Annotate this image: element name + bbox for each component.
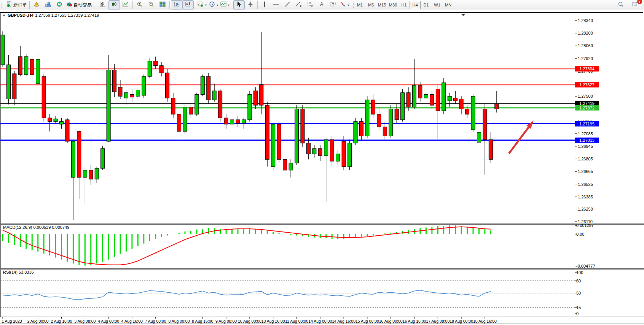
- periods-button[interactable]: ▾: [208, 0, 219, 10]
- candle: [24, 57, 28, 75]
- level-price-badge-label: 1.27013: [579, 138, 595, 143]
- trendline-icon: [284, 1, 290, 9]
- candlestick-chart-icon: [111, 1, 117, 9]
- timeframe-m5-button[interactable]: M5: [365, 1, 376, 9]
- arrows-button[interactable]: ▾: [339, 0, 350, 10]
- template-icon: [220, 1, 226, 9]
- toolbar-separator: [29, 1, 30, 9]
- timeframe-mn-button[interactable]: MN: [443, 1, 454, 9]
- candle: [359, 122, 363, 136]
- autotrading-button[interactable]: 自动交易: [65, 0, 93, 10]
- timeframe-h1-button[interactable]: H1: [399, 1, 410, 9]
- metaeditor-button[interactable]: [42, 0, 54, 10]
- search-icon: [618, 1, 624, 9]
- candle: [42, 76, 46, 118]
- search-button[interactable]: [615, 0, 626, 10]
- autotrading-icon: [66, 1, 72, 9]
- new-order-button[interactable]: 新订单: [5, 0, 28, 10]
- timeframe-m30-button[interactable]: M30: [387, 1, 399, 9]
- time-axis-label: 16 Aug 16:00: [403, 319, 426, 323]
- candle: [1, 35, 5, 65]
- price-tick-label: 1.27500: [578, 94, 593, 98]
- horizontal-line-button[interactable]: [270, 0, 282, 10]
- notifications-button[interactable]: 1: [629, 0, 640, 10]
- time-axis-label: 18 Aug 16:00: [473, 319, 497, 323]
- timeframe-h4-button[interactable]: H4: [410, 1, 421, 9]
- chart-window[interactable]: 1.283401.282001.280601.279201.277801.275…: [0, 10, 644, 325]
- macd-tick-label: 0.00: [576, 232, 584, 236]
- candle: [136, 90, 140, 97]
- crosshair-button[interactable]: [245, 0, 256, 10]
- time-axis-label: 4 Aug 00:00: [98, 319, 119, 323]
- fibonacci-button[interactable]: F: [304, 0, 316, 10]
- zoom-in-button[interactable]: [134, 0, 145, 10]
- auto-scroll-icon: [174, 1, 180, 9]
- zoom-out-button[interactable]: [145, 0, 157, 10]
- candle: [83, 170, 87, 178]
- candle: [36, 59, 40, 84]
- candle: [477, 132, 481, 142]
- chart-title-ohlc: 1.27359 1.27553 1.27339 1.27419: [35, 13, 99, 17]
- candle: [383, 127, 387, 136]
- macd-tick-label: -0.004777: [576, 264, 595, 268]
- candle: [465, 109, 469, 114]
- toolbar-separator: [169, 1, 170, 9]
- toolbar-grip: [94, 2, 96, 8]
- candle: [348, 143, 352, 167]
- price-tick-label: 1.28200: [578, 31, 593, 35]
- templates-button[interactable]: ▾: [219, 0, 231, 10]
- candle: [54, 119, 57, 122]
- rsi-tick-label: 0: [576, 311, 579, 316]
- tile-windows-button[interactable]: [157, 0, 168, 10]
- chart-canvas[interactable]: 1.283401.282001.280601.279201.277801.275…: [0, 10, 644, 325]
- candle: [401, 93, 405, 120]
- text-button[interactable]: A: [316, 0, 327, 10]
- candle: [18, 57, 22, 75]
- text-label-button[interactable]: T: [327, 0, 339, 10]
- candle: [13, 74, 16, 99]
- chevron-down-icon: ▾: [228, 3, 230, 7]
- candle: [248, 95, 252, 120]
- timeframe-m1-button[interactable]: M1: [354, 1, 365, 9]
- text-icon: A: [319, 1, 325, 9]
- candle: [124, 93, 128, 98]
- chart-menu-arrow-icon[interactable]: ▼: [2, 14, 6, 17]
- vertical-line-button[interactable]: [259, 0, 270, 10]
- price-tick-label: 1.27920: [578, 56, 593, 61]
- candle: [395, 109, 399, 119]
- rsi-tick-label: 50: [576, 291, 581, 295]
- time-axis-label: 1 Aug 2023: [2, 319, 22, 323]
- candle: [48, 118, 52, 121]
- indicators-button[interactable]: ▾: [196, 0, 208, 10]
- candle: [6, 65, 10, 99]
- time-axis-label: 18 Aug 00:00: [450, 319, 473, 323]
- candle: [454, 98, 457, 101]
- text-label-icon: T: [330, 1, 336, 9]
- timeframe-d1-button[interactable]: D1: [421, 1, 432, 9]
- time-axis-label: 15 Aug 08:00: [355, 319, 379, 323]
- profiles-button[interactable]: [31, 0, 42, 10]
- toolbar-grip: [2, 2, 4, 8]
- time-axis-label: 2 Aug 16:00: [51, 319, 72, 323]
- cursor-button[interactable]: [233, 0, 245, 10]
- price-tick-label: 1.26945: [578, 144, 593, 149]
- candle: [65, 120, 69, 141]
- equidistant-channel-icon: E: [296, 1, 302, 9]
- equidistant-channel-button[interactable]: E: [293, 0, 304, 10]
- price-tick-label: 1.28060: [578, 43, 593, 48]
- time-axis-label: 17 Aug 08:00: [426, 319, 450, 323]
- timeframe-w1-button[interactable]: W1: [432, 1, 443, 9]
- signal-button[interactable]: [54, 0, 65, 10]
- chart-shift-button[interactable]: [182, 0, 194, 10]
- trendline-button[interactable]: [282, 0, 293, 10]
- candle: [306, 143, 310, 154]
- candlestick-chart-button[interactable]: [108, 0, 120, 10]
- level-price-badge-label: 1.27372: [579, 106, 595, 110]
- timeframe-m15-button[interactable]: M15: [376, 1, 387, 9]
- line-chart-button[interactable]: [120, 0, 131, 10]
- candle: [430, 95, 434, 105]
- bar-chart-button[interactable]: [97, 0, 108, 10]
- auto-scroll-button[interactable]: [171, 0, 182, 10]
- zoom-out-icon: [148, 1, 154, 9]
- toolbar-separator: [257, 1, 258, 9]
